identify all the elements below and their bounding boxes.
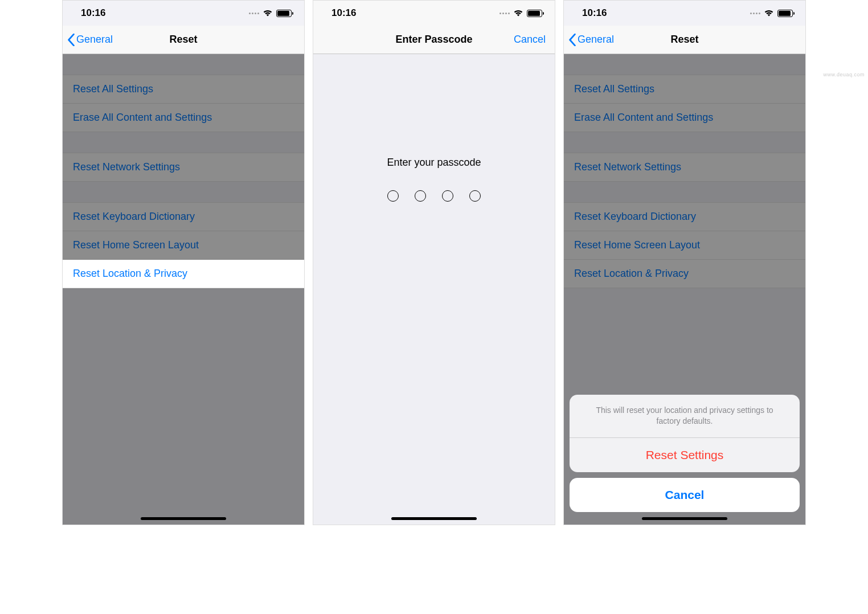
action-sheet-cancel-button[interactable]: Cancel (570, 478, 800, 512)
cellular-dots-icon (249, 13, 259, 14)
action-sheet: This will reset your location and privac… (570, 395, 800, 512)
status-time: 10:16 (331, 7, 356, 19)
home-indicator[interactable] (642, 517, 727, 520)
status-bar: 10:16 (564, 1, 805, 26)
cellular-dots-icon (750, 13, 760, 14)
reset-all-settings-item[interactable]: Reset All Settings (63, 75, 304, 104)
phone-screen-2: 10:16 Enter Passcode Cancel Enter your p… (313, 0, 555, 525)
status-time: 10:16 (582, 7, 607, 19)
battery-icon (276, 10, 292, 17)
passcode-body: Enter your passcode (313, 54, 555, 202)
passcode-dot-4 (469, 190, 481, 202)
watermark: www.deuaq.com (823, 72, 865, 77)
status-bar: 10:16 (63, 1, 304, 26)
reset-network-settings-item[interactable]: Reset Network Settings (63, 153, 304, 182)
chevron-left-icon (568, 34, 576, 46)
nav-bar: Enter Passcode Cancel (313, 26, 555, 54)
passcode-dot-1 (387, 190, 399, 202)
status-time: 10:16 (81, 7, 105, 19)
phone-screen-3: 10:16 General Reset Reset All Settings E… (563, 0, 806, 525)
back-label: General (578, 34, 614, 46)
cancel-button[interactable]: Cancel (514, 34, 546, 46)
status-icons (499, 9, 542, 17)
battery-icon (777, 10, 793, 17)
erase-all-content-item[interactable]: Erase All Content and Settings (564, 104, 805, 132)
wifi-icon (513, 9, 523, 17)
action-sheet-message: This will reset your location and privac… (570, 395, 800, 438)
cellular-dots-icon (499, 13, 510, 14)
reset-network-settings-item[interactable]: Reset Network Settings (564, 153, 805, 182)
status-icons (249, 9, 292, 17)
back-button[interactable]: General (568, 34, 614, 46)
status-icons (750, 9, 793, 17)
phone-screen-1: 10:16 General Reset Reset All Settings E… (62, 0, 305, 525)
reset-home-screen-layout-item[interactable]: Reset Home Screen Layout (564, 231, 805, 260)
chevron-left-icon (67, 34, 75, 46)
nav-bar: General Reset (564, 26, 805, 54)
home-indicator[interactable] (391, 517, 477, 520)
nav-title: Reset (169, 34, 197, 46)
wifi-icon (764, 9, 774, 17)
battery-icon (527, 10, 542, 17)
passcode-dots (387, 190, 481, 202)
reset-home-screen-layout-item[interactable]: Reset Home Screen Layout (63, 231, 304, 260)
nav-bar: General Reset (63, 26, 304, 54)
back-label: General (76, 34, 113, 46)
erase-all-content-item[interactable]: Erase All Content and Settings (63, 104, 304, 132)
reset-keyboard-dictionary-item[interactable]: Reset Keyboard Dictionary (564, 202, 805, 231)
back-button[interactable]: General (67, 34, 113, 46)
status-bar: 10:16 (313, 1, 555, 26)
reset-settings-button[interactable]: Reset Settings (570, 438, 800, 472)
reset-location-privacy-item[interactable]: Reset Location & Privacy (63, 260, 304, 288)
passcode-dot-2 (415, 190, 426, 202)
home-indicator[interactable] (141, 517, 226, 520)
passcode-dot-3 (442, 190, 453, 202)
reset-location-privacy-item[interactable]: Reset Location & Privacy (564, 260, 805, 288)
wifi-icon (263, 9, 273, 17)
reset-keyboard-dictionary-item[interactable]: Reset Keyboard Dictionary (63, 202, 304, 231)
nav-title: Enter Passcode (395, 34, 472, 46)
nav-title: Reset (670, 34, 698, 46)
reset-all-settings-item[interactable]: Reset All Settings (564, 75, 805, 104)
passcode-prompt: Enter your passcode (387, 157, 481, 169)
